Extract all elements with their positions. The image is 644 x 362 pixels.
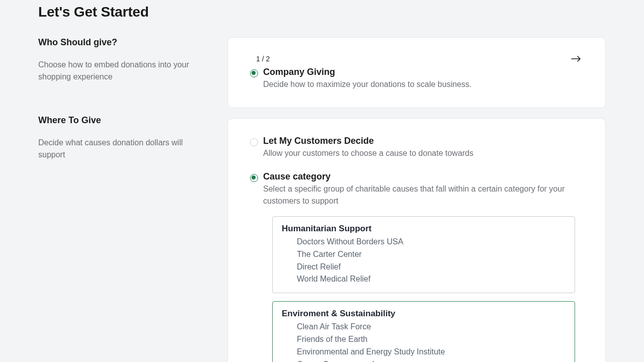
pager-text: 1 / 2 <box>256 55 577 63</box>
category-item: Ocean Conservancy Inc. <box>297 358 566 362</box>
category-item: The Carter Center <box>297 248 566 261</box>
category-item: Clean Air Task Force <box>297 321 566 333</box>
company-giving-title: Company Giving <box>263 67 577 77</box>
who-heading: Who Should give? <box>38 37 211 48</box>
let-customers-decide-desc: Allow your customers to choose a cause t… <box>263 147 577 159</box>
let-customers-decide-title: Let My Customers Decide <box>263 136 577 146</box>
next-arrow-button[interactable] <box>571 55 581 64</box>
who-gives-card: 1 / 2 Company Giving Decide how to maxim… <box>227 37 606 108</box>
category-title: Humanitarian Support <box>282 224 566 234</box>
category-environment[interactable]: Enviroment & Sustainability Clean Air Ta… <box>272 301 575 362</box>
category-list[interactable]: Humanitarian Support Doctors Without Bor… <box>272 216 577 362</box>
category-item: Friends of the Earth <box>297 333 566 346</box>
category-item: Doctors Without Borders USA <box>297 236 566 248</box>
cause-category-desc: Select a specific group of charitable ca… <box>263 183 577 207</box>
where-heading: Where To Give <box>38 115 211 126</box>
category-title: Enviroment & Sustainability <box>282 309 566 319</box>
cause-category-radio[interactable] <box>250 174 258 182</box>
cause-category-title: Cause category <box>263 171 577 182</box>
company-giving-desc: Decide how to maximize your donations to… <box>263 78 577 90</box>
category-humanitarian[interactable]: Humanitarian Support Doctors Without Bor… <box>272 216 575 293</box>
who-should-give-section: Who Should give? Choose how to embed don… <box>38 37 211 115</box>
let-customers-decide-radio[interactable] <box>250 138 258 146</box>
where-desc: Decide what causes donation dollars will… <box>38 137 211 161</box>
where-to-give-card: Let My Customers Decide Allow your custo… <box>227 118 606 362</box>
category-item: Direct Relief <box>297 261 566 274</box>
where-to-give-section: Where To Give Decide what causes donatio… <box>38 115 211 161</box>
page-title: Let's Get Started <box>38 4 606 20</box>
company-giving-radio[interactable] <box>250 69 258 77</box>
category-item: World Medical Relief <box>297 273 566 286</box>
category-item: Environmental and Energy Study Institute <box>297 346 566 358</box>
arrow-right-icon <box>571 56 581 62</box>
who-desc: Choose how to embed donations into your … <box>38 59 211 83</box>
